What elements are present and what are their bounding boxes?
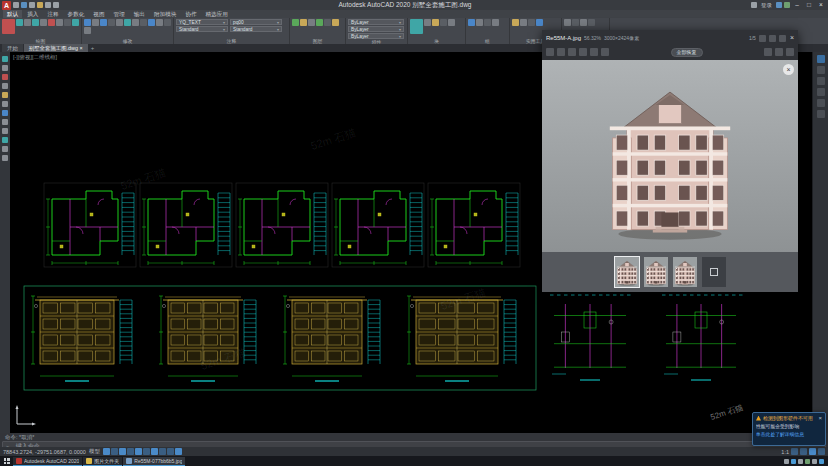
redo-icon[interactable]	[53, 2, 59, 8]
taskbar-item-image-viewer[interactable]: Re55M-077bb6b5.jpg	[123, 457, 185, 466]
tray-antivirus-icon[interactable]	[805, 459, 810, 464]
osnap-toggle-icon[interactable]	[135, 448, 142, 455]
app-menu-button[interactable]: A	[2, 1, 11, 10]
lineweight-combo[interactable]: ByLayer▾	[348, 26, 404, 32]
tray-chevron-icon[interactable]	[784, 459, 789, 464]
properties-palette-icon[interactable]	[2, 65, 8, 71]
xref-palette-icon[interactable]	[2, 101, 8, 107]
erase-tool-icon[interactable]	[156, 19, 163, 26]
signin-button[interactable]: 登录	[759, 2, 774, 9]
fullscreen-icon[interactable]	[764, 48, 772, 56]
layer-isolate-icon[interactable]	[324, 19, 331, 26]
quick-select-icon[interactable]	[520, 19, 527, 26]
drawing-tab[interactable]: 别墅全套施工图.dwg ×	[24, 44, 88, 52]
group-manager-icon[interactable]	[492, 19, 499, 26]
offset-tool-icon[interactable]	[84, 27, 91, 34]
match-properties-icon[interactable]	[588, 19, 595, 26]
viewport-controls[interactable]: [-][俯视][二维线框]	[13, 54, 57, 61]
annotation-scale[interactable]: 1:1	[781, 449, 789, 455]
render-panel-icon[interactable]	[817, 77, 825, 85]
previous-image-icon[interactable]	[546, 48, 554, 56]
start-button[interactable]	[1, 456, 12, 466]
layer-off-icon[interactable]	[300, 19, 307, 26]
array-tool-icon[interactable]	[148, 19, 155, 26]
help-icon[interactable]	[784, 2, 790, 8]
undo-icon[interactable]	[45, 2, 51, 8]
layer-palette-icon[interactable]	[2, 74, 8, 80]
viewer-close-button[interactable]: ×	[790, 34, 794, 42]
customize-gear-icon[interactable]	[818, 448, 825, 455]
rotate-tool-icon[interactable]	[92, 19, 99, 26]
viewer-minimize-icon[interactable]	[769, 35, 776, 42]
viewer-thumbnail[interactable]	[644, 257, 668, 287]
materials-panel-icon[interactable]	[817, 88, 825, 96]
paste-icon[interactable]	[564, 19, 571, 26]
visual-styles-icon[interactable]	[817, 99, 825, 107]
sun-settings-icon[interactable]	[817, 110, 825, 118]
move-tool-icon[interactable]	[84, 19, 91, 26]
views-palette-icon[interactable]	[2, 137, 8, 143]
rectangle-tool-icon[interactable]	[40, 19, 47, 26]
explode-tool-icon[interactable]	[164, 19, 171, 26]
polar-toggle-icon[interactable]	[127, 448, 134, 455]
object-color-combo[interactable]: ByLayer▾	[348, 19, 404, 25]
tray-volume-icon[interactable]	[798, 459, 803, 464]
group-icon[interactable]	[468, 19, 475, 26]
mleader-style-combo[interactable]: Standard▾	[176, 26, 228, 32]
circle-tool-icon[interactable]	[24, 19, 31, 26]
ribbon-tab-collaborate[interactable]: 协作	[181, 10, 200, 18]
cleanscreen-icon[interactable]	[2, 155, 8, 161]
ribbon-tab-output[interactable]: 输出	[130, 10, 149, 18]
ribbon-tab-parametric[interactable]: 参数化	[64, 10, 89, 18]
plot-icon[interactable]	[37, 2, 43, 8]
line-tool-icon[interactable]	[2, 19, 15, 34]
ribbon-tab-annotate[interactable]: 注释	[43, 10, 62, 18]
copy-clip-icon[interactable]	[572, 19, 579, 26]
image-close-icon[interactable]: ×	[783, 64, 794, 75]
ellipse-tool-icon[interactable]	[56, 19, 63, 26]
otrack-toggle-icon[interactable]	[143, 448, 150, 455]
properties-panel-icon[interactable]	[817, 55, 825, 63]
id-point-icon[interactable]	[528, 19, 535, 26]
next-image-icon[interactable]	[557, 48, 565, 56]
open-file-icon[interactable]	[21, 2, 27, 8]
tray-clock-icon[interactable]	[819, 459, 824, 464]
layer-freeze-icon[interactable]	[308, 19, 315, 26]
layer-properties-icon[interactable]	[292, 19, 299, 26]
blocks-palette-icon[interactable]	[2, 83, 8, 89]
new-file-icon[interactable]	[13, 2, 19, 8]
popup-close-icon[interactable]: ×	[818, 415, 822, 421]
scale-tool-icon[interactable]	[140, 19, 147, 26]
annotation-visibility-icon[interactable]	[791, 448, 798, 455]
quick-calc-icon[interactable]	[536, 19, 543, 26]
restore-all-button[interactable]: 全部恢复	[671, 48, 703, 57]
lineweight-toggle-icon[interactable]	[151, 448, 158, 455]
snap-toggle-icon[interactable]	[111, 448, 118, 455]
minimize-button[interactable]: –	[792, 0, 802, 10]
transparency-toggle-icon[interactable]	[159, 448, 166, 455]
create-block-icon[interactable]	[424, 19, 431, 26]
viewer-thumbnail-more[interactable]	[702, 257, 726, 287]
polyline-tool-icon[interactable]	[16, 19, 23, 26]
ungroup-icon[interactable]	[476, 19, 483, 26]
new-drawing-tab-button[interactable]: +	[89, 44, 97, 52]
ribbon-tab-featured[interactable]: 精选应用	[201, 10, 231, 18]
ribbon-tab-home[interactable]: 默认	[3, 10, 22, 18]
viewer-thumbnail[interactable]	[615, 257, 639, 287]
markup-palette-icon[interactable]	[2, 119, 8, 125]
copy-tool-icon[interactable]	[108, 19, 115, 26]
ribbon-tab-view[interactable]: 视图	[89, 10, 108, 18]
table-style-combo[interactable]: Standard▾	[230, 26, 282, 32]
viewer-maximize-icon[interactable]	[779, 35, 786, 42]
viewer-thumbnail[interactable]	[673, 257, 697, 287]
share-icon[interactable]	[775, 48, 783, 56]
edit-block-icon[interactable]	[432, 19, 439, 26]
model-space-button[interactable]: 模型	[89, 448, 100, 455]
taskbar-item-autocad[interactable]: Autodesk AutoCAD 2020	[13, 457, 82, 466]
tray-network-icon[interactable]	[791, 459, 796, 464]
ribbon-tab-insert[interactable]: 插入	[23, 10, 42, 18]
taskbar-item-folder[interactable]: 图片文件夹	[83, 457, 122, 466]
fillet-tool-icon[interactable]	[124, 19, 131, 26]
arc-tool-icon[interactable]	[32, 19, 39, 26]
tray-language-icon[interactable]	[812, 459, 817, 464]
